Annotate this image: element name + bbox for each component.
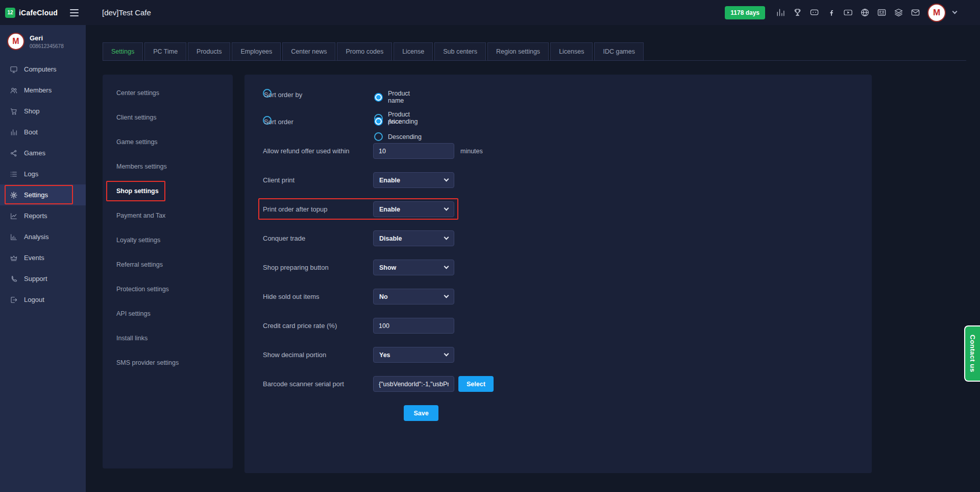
mail-icon[interactable] bbox=[910, 8, 920, 18]
submenu-members-settings[interactable]: Members settings bbox=[103, 154, 233, 179]
sidebar-item-computers[interactable]: Computers bbox=[0, 59, 86, 80]
select-value: No bbox=[379, 293, 388, 300]
sidebar-item-support[interactable]: Support bbox=[0, 268, 86, 289]
tab-licenses[interactable]: Licenses bbox=[550, 42, 593, 61]
field-label: Allow refund offer used within bbox=[263, 147, 373, 155]
sidebar-item-games[interactable]: Games bbox=[0, 143, 86, 163]
form-row-credit-card-rate: Credit card price rate (%) bbox=[263, 318, 579, 334]
submenu-payment-and-tax[interactable]: Payment and Tax bbox=[103, 203, 233, 228]
barcode-scanner-input[interactable] bbox=[373, 376, 454, 392]
sidebar-item-logs[interactable]: Logs bbox=[0, 163, 86, 184]
submenu-install-links[interactable]: Install links bbox=[103, 326, 233, 350]
sidebar-item-label: Games bbox=[24, 149, 45, 157]
field-label: Hide sold out items bbox=[263, 293, 373, 300]
select-value: Enable bbox=[379, 206, 400, 213]
trophy-icon[interactable] bbox=[792, 8, 802, 18]
form-row-show-decimal: Show decimal portion Yes bbox=[263, 347, 579, 363]
tab-products[interactable]: Products bbox=[188, 42, 230, 61]
form-row-sort-order-by: Sort order by Product name Product price bbox=[263, 89, 272, 98]
submenu-game-settings[interactable]: Game settings bbox=[103, 130, 233, 154]
chevron-down-icon bbox=[444, 264, 449, 269]
save-button[interactable]: Save bbox=[404, 405, 438, 421]
chevron-down-icon bbox=[444, 235, 449, 240]
settings-submenu: Center settings Client settings Game set… bbox=[103, 75, 233, 468]
youtube-icon[interactable] bbox=[843, 8, 853, 18]
card-icon[interactable] bbox=[876, 8, 887, 18]
submenu-client-settings[interactable]: Client settings bbox=[103, 105, 233, 130]
user-name: Geri bbox=[30, 34, 64, 42]
minutes-suffix: minutes bbox=[460, 148, 483, 155]
tab-employees[interactable]: Employees bbox=[232, 42, 281, 61]
select-value: Show bbox=[379, 264, 396, 271]
sidebar-item-label: Reports bbox=[24, 212, 47, 220]
days-badge[interactable]: 1178 days bbox=[725, 6, 765, 19]
avatar[interactable]: M bbox=[7, 33, 24, 50]
print-order-after-topup-select[interactable]: Enable bbox=[373, 201, 454, 217]
gear-icon bbox=[9, 191, 18, 199]
shop-preparing-button-select[interactable]: Show bbox=[373, 260, 454, 275]
crown-icon bbox=[9, 253, 18, 262]
tab-sub-centers[interactable]: Sub centers bbox=[434, 42, 486, 61]
sidebar-item-boot[interactable]: Boot bbox=[0, 122, 86, 143]
sidebar-item-analysis[interactable]: Analysis bbox=[0, 226, 86, 247]
submenu-loyalty-settings[interactable]: Loyalty settings bbox=[103, 228, 233, 252]
sidebar-item-label: Logout bbox=[24, 296, 44, 303]
radio-ascending[interactable]: Ascending bbox=[374, 117, 422, 126]
sidebar-item-events[interactable]: Events bbox=[0, 247, 86, 268]
sidebar-item-settings[interactable]: Settings bbox=[0, 184, 86, 205]
submenu-shop-settings[interactable]: Shop settings bbox=[103, 179, 233, 203]
layers-icon[interactable] bbox=[893, 8, 903, 18]
tab-promo-codes[interactable]: Promo codes bbox=[337, 42, 392, 61]
select-value: Yes bbox=[379, 352, 390, 359]
conquer-trade-select[interactable]: Disable bbox=[373, 230, 454, 246]
radio-selected-icon bbox=[374, 93, 383, 102]
submenu-referral-settings[interactable]: Referral settings bbox=[103, 252, 233, 277]
sidebar-item-logout[interactable]: Logout bbox=[0, 289, 86, 310]
barcode-select-button[interactable]: Select bbox=[458, 376, 494, 392]
credit-card-rate-input[interactable] bbox=[373, 318, 454, 334]
tab-settings[interactable]: Settings bbox=[103, 42, 143, 61]
sidebar-item-label: Computers bbox=[24, 65, 57, 73]
chevron-down-icon bbox=[444, 206, 449, 211]
users-icon bbox=[9, 86, 18, 95]
tab-idc-games[interactable]: IDC games bbox=[594, 42, 644, 61]
submenu-center-settings[interactable]: Center settings bbox=[103, 81, 233, 105]
shop-settings-form: Sort order by Product name Product price bbox=[244, 75, 872, 473]
tab-license[interactable]: License bbox=[394, 42, 433, 61]
show-decimal-select[interactable]: Yes bbox=[373, 347, 454, 363]
sidebar-item-members[interactable]: Members bbox=[0, 80, 86, 101]
sidebar-item-label: Support bbox=[24, 275, 47, 283]
stats-icon[interactable] bbox=[775, 8, 786, 18]
facebook-icon[interactable] bbox=[826, 8, 836, 18]
globe-icon[interactable] bbox=[860, 8, 870, 18]
radio-product-name[interactable]: Product name bbox=[374, 90, 410, 104]
tab-pc-time[interactable]: PC Time bbox=[144, 42, 186, 61]
hide-sold-out-select[interactable]: No bbox=[373, 289, 454, 304]
nodes-icon bbox=[9, 149, 18, 157]
cart-icon bbox=[9, 107, 18, 115]
contact-us-tab[interactable]: Contact us bbox=[964, 325, 980, 382]
sidebar-item-label: Members bbox=[24, 86, 52, 94]
brand-area: 12 iCafeCloud bbox=[0, 7, 86, 18]
user-avatar[interactable]: M bbox=[927, 4, 946, 22]
submenu-api-settings[interactable]: API settings bbox=[103, 301, 233, 326]
form-row-barcode-scanner: Barcode scanner serial port Select bbox=[263, 376, 579, 392]
sidebar: M Geri 008612345678 Computers Members Sh… bbox=[0, 25, 86, 492]
radio-descending[interactable]: Descending bbox=[374, 132, 422, 141]
tab-center-news[interactable]: Center news bbox=[282, 42, 335, 61]
client-print-select[interactable]: Enable bbox=[373, 172, 454, 188]
chevron-down-icon[interactable] bbox=[952, 9, 958, 14]
sidebar-item-reports[interactable]: Reports bbox=[0, 205, 86, 226]
hamburger-menu-icon[interactable] bbox=[69, 7, 80, 18]
discord-icon[interactable] bbox=[809, 8, 819, 18]
submenu-protection-settings[interactable]: Protection settings bbox=[103, 277, 233, 301]
brand-logo[interactable]: 12 bbox=[5, 8, 15, 18]
sidebar-item-shop[interactable]: Shop bbox=[0, 101, 86, 122]
tab-region-settings[interactable]: Region settings bbox=[487, 42, 549, 61]
select-value: Enable bbox=[379, 177, 400, 184]
brand-name[interactable]: iCafeCloud bbox=[19, 9, 58, 17]
refund-minutes-input[interactable] bbox=[373, 143, 454, 159]
sidebar-item-label: Settings bbox=[24, 191, 48, 199]
submenu-sms-provider-settings[interactable]: SMS provider settings bbox=[103, 350, 233, 375]
radio-selected-icon bbox=[374, 117, 383, 126]
